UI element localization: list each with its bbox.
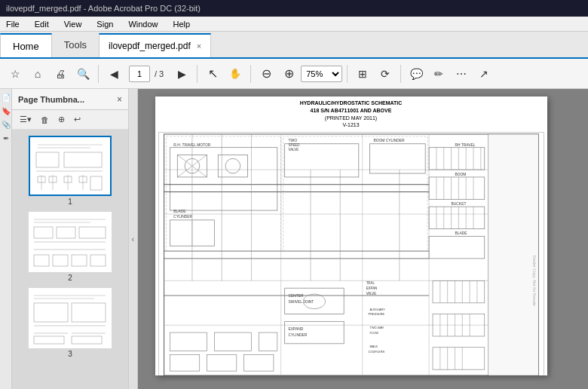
svg-text:RH TRAVEL: RH TRAVEL [455,143,475,147]
thumbnail-page-3[interactable]: 3 [18,288,122,358]
svg-text:VALVE: VALVE [288,148,299,152]
tab-close-button[interactable]: × [197,41,201,51]
svg-rect-0 [30,137,110,194]
svg-text:EXPAND: EXPAND [288,327,303,331]
sidebar-attach-icon[interactable]: 📎 [1,119,11,130]
share-button[interactable]: ↗ [473,63,495,84]
main-area: 📄 🔖 📎 ✒ Page Thumbna... × ☰▾ 🗑 ⊕ ↩ [0,89,588,389]
menu-window[interactable]: Window [125,19,161,29]
sidebar-bookmark-icon[interactable]: 🔖 [1,106,11,116]
toolbar: ☆ ⌂ 🖨 🔍 ◀ / 3 ▶ ↖ ✋ ⊖ ⊕ 75% 50% 100% 125… [0,59,588,89]
svg-text:BOOM: BOOM [455,173,466,176]
svg-text:SWIVEL JOINT: SWIVEL JOINT [288,300,314,304]
rotate-button[interactable]: ⟳ [375,63,396,84]
sep-2 [197,65,198,83]
sidebar-sign-icon[interactable]: ✒ [1,133,11,143]
print-button[interactable]: 🖨 [50,63,71,84]
thumb-menu-button[interactable]: ☰▾ [17,113,35,126]
thumbnail-num-1: 1 [68,198,72,206]
tab-tools[interactable]: Tools [52,32,99,57]
svg-text:TWO: TWO [288,139,297,142]
menu-help[interactable]: Help [170,19,194,29]
thumb-add-button[interactable]: ⊕ [55,113,68,126]
bookmark-button[interactable]: ☆ [5,63,26,84]
sidebar-page-icon[interactable]: 📄 [1,92,11,103]
svg-rect-37 [164,134,538,375]
page-input[interactable] [129,66,150,82]
sep-1 [98,65,99,83]
schematic-title-line2: 418 S/N AB4711001 AND ABOVE [158,107,544,115]
svg-rect-27 [30,289,110,347]
menu-file[interactable]: File [3,19,23,29]
svg-text:CYLINDER: CYLINDER [173,215,192,219]
menu-bar: File Edit View Sign Window Help [0,17,588,32]
title-bar: ilovepdf_merged.pdf - Adobe Acrobat Pro … [0,0,588,17]
thumbnail-image-2 [29,212,112,272]
thumbnail-page-2[interactable]: 2 [18,212,122,282]
thumbnail-image-1 [29,136,112,196]
prev-page-button[interactable]: ◀ [103,63,124,84]
schematic-title-line4: V-1213 [158,121,544,129]
thumbnail-image-3 [29,288,112,348]
panel-collapse-handle[interactable]: ‹ [129,89,138,389]
title-text: ilovepdf_merged.pdf - Adobe Acrobat Pro … [6,4,201,13]
thumbnail-page-1[interactable]: 1 [18,136,122,206]
zoom-select[interactable]: 75% 50% 100% 125% 150% [301,66,342,82]
thumbnail-num-3: 3 [68,350,72,358]
svg-text:PRESSURE: PRESSURE [368,313,384,317]
menu-edit[interactable]: Edit [32,19,52,29]
svg-text:Dealer Copy. Not for Resale: Dealer Copy. Not for Resale [531,256,536,306]
svg-text:FLOW: FLOW [369,331,378,335]
zoom-in-button[interactable]: ⊕ [278,63,299,84]
thumb-svg-3 [30,289,110,347]
svg-text:CYLINDER: CYLINDER [288,333,307,337]
menu-sign[interactable]: Sign [93,19,116,29]
svg-text:MALE: MALE [369,345,378,348]
tab-file: ilovepdf_merged.pdf × [99,33,211,57]
svg-text:BOOM CYLINDER: BOOM CYLINDER [373,139,405,142]
tab-home[interactable]: Home [0,33,52,57]
more-tools-button[interactable]: ⋯ [451,63,472,84]
select-tool-button[interactable]: ↖ [202,63,223,84]
hand-tool-button[interactable]: ✋ [225,63,246,84]
svg-text:VALVE: VALVE [366,292,376,296]
tab-file-name: ilovepdf_merged.pdf [109,41,191,51]
thumb-svg-1 [30,137,110,194]
sep-4 [347,65,348,83]
home-button[interactable]: ⌂ [27,63,48,84]
schematic-content: HYDRAULIC/HYDROSTATIC SCHEMATIC 418 S/N … [155,96,547,375]
next-page-button[interactable]: ▶ [171,63,192,84]
tools-panel-button[interactable]: ⊞ [352,63,373,84]
comment-button[interactable]: 💬 [406,63,427,84]
svg-text:BLADE: BLADE [173,210,186,213]
svg-text:AUXILIARY: AUXILIARY [369,308,385,311]
thumb-svg-2 [30,213,110,271]
thumbnail-toolbar: ☰▾ 🗑 ⊕ ↩ [12,110,128,130]
svg-text:BLADE: BLADE [455,232,467,236]
schematic-svg: R.H. TRAVEL MOTOR BLADE CYLINDER [159,133,544,375]
svg-text:SPEED: SPEED [288,143,299,147]
svg-text:BUCKET: BUCKET [451,202,466,206]
thumbnail-list: 1 [12,130,128,389]
schematic-title: HYDRAULIC/HYDROSTATIC SCHEMATIC 418 S/N … [158,100,544,129]
svg-rect-38 [488,134,538,375]
svg-text:EXPAN: EXPAN [366,286,377,290]
schematic-diagram: R.H. TRAVEL MOTOR BLADE CYLINDER [158,132,544,375]
draw-button[interactable]: ✏ [428,63,449,84]
svg-text:TWO-WAY: TWO-WAY [369,326,384,329]
svg-text:CENTER: CENTER [288,294,304,298]
thumbnail-close-button[interactable]: × [117,94,122,105]
schematic-title-line1: HYDRAULIC/HYDROSTATIC SCHEMATIC [158,100,544,107]
page-total: / 3 [155,69,164,78]
thumb-rotate-button[interactable]: ↩ [71,113,84,126]
find-button[interactable]: 🔍 [72,63,93,84]
thumb-delete-button[interactable]: 🗑 [38,114,52,126]
collapse-icon: ‹ [132,235,134,244]
zoom-out-button[interactable]: ⊖ [256,63,277,84]
menu-view[interactable]: View [61,19,85,29]
sidebar: 📄 🔖 📎 ✒ [0,89,12,389]
sep-3 [250,65,251,83]
pdf-viewing-area[interactable]: HYDRAULIC/HYDROSTATIC SCHEMATIC 418 S/N … [138,89,588,389]
thumbnail-num-2: 2 [68,274,72,282]
schematic-title-line3: (PRINTED MAY 2011) [158,115,544,122]
